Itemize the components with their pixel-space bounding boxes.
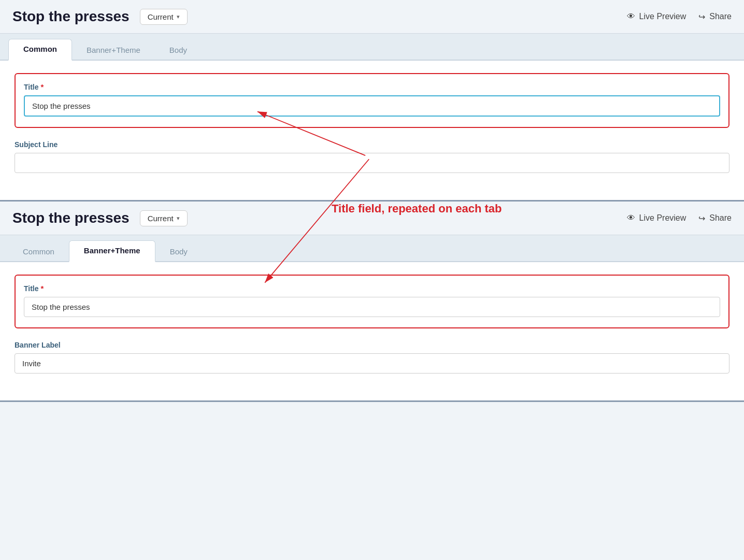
- panel-1-version-label: Current: [148, 12, 174, 21]
- panel-1-share-button[interactable]: ↪ Share: [698, 12, 732, 22]
- share-icon-2: ↪: [698, 213, 705, 223]
- panel-1-subject-line-input[interactable]: [15, 153, 729, 173]
- panel-1-live-preview-button[interactable]: 👁 Live Preview: [627, 12, 686, 21]
- panel-2-live-preview-label: Live Preview: [639, 213, 686, 223]
- panel-2-title-field-wrapper: Title *: [15, 275, 729, 328]
- panel-2-title-label: Title *: [24, 284, 720, 293]
- panel-2-banner-label-group: Banner Label: [15, 341, 729, 374]
- panel-2-tab-banner-theme[interactable]: Banner+Theme: [69, 240, 155, 262]
- panel-2: Stop the presses Current ▾ 👁 Live Previe…: [0, 202, 744, 402]
- eye-icon-2: 👁: [627, 213, 635, 223]
- panel-1-subject-line-label: Subject Line: [15, 140, 729, 149]
- panel-2-content: Title * Banner Label: [0, 262, 744, 400]
- panel-2-banner-label-label: Banner Label: [15, 341, 729, 349]
- panel-1-title-field-wrapper: Title *: [15, 73, 729, 128]
- panel-1-title-required-star: *: [41, 82, 44, 91]
- panel-2-title-required-star: *: [41, 284, 44, 293]
- panel-1-tab-body[interactable]: Body: [155, 40, 202, 61]
- panel-2-header-right: 👁 Live Preview ↪ Share: [627, 213, 732, 223]
- panel-1-tab-banner-theme[interactable]: Banner+Theme: [72, 40, 155, 61]
- panel-2-tab-common[interactable]: Common: [8, 242, 69, 262]
- panel-1-title: Stop the presses: [12, 8, 130, 25]
- panel-2-banner-label-input[interactable]: [15, 353, 729, 374]
- panel-2-share-label: Share: [709, 213, 732, 223]
- panel-1-title-input[interactable]: [24, 95, 720, 117]
- panel-2-version-label: Current: [148, 214, 174, 223]
- share-icon: ↪: [698, 12, 705, 22]
- panel-1-share-label: Share: [709, 12, 732, 21]
- panel-2-title-input[interactable]: [24, 297, 720, 317]
- panel-1-content: Title * Subject Line: [0, 61, 744, 200]
- panel-2-live-preview-button[interactable]: 👁 Live Preview: [627, 213, 686, 223]
- panel-1-live-preview-label: Live Preview: [639, 12, 686, 21]
- panel-1-version-dropdown[interactable]: Current ▾: [140, 9, 188, 25]
- panel-1-tabs: Common Banner+Theme Body: [0, 34, 744, 61]
- panel-1-title-label: Title *: [24, 82, 720, 91]
- panel-2-tab-body[interactable]: Body: [155, 242, 202, 262]
- chevron-down-icon: ▾: [177, 13, 180, 20]
- panel-1-tab-common[interactable]: Common: [8, 39, 72, 61]
- panel-2-title: Stop the presses: [12, 210, 130, 226]
- chevron-down-icon-2: ▾: [177, 215, 180, 222]
- panel-2-share-button[interactable]: ↪ Share: [698, 213, 732, 223]
- panel-2-tabs: Common Banner+Theme Body: [0, 235, 744, 262]
- panel-2-version-dropdown[interactable]: Current ▾: [140, 210, 188, 226]
- panel-1-header-right: 👁 Live Preview ↪ Share: [627, 12, 732, 22]
- eye-icon: 👁: [627, 12, 635, 21]
- annotation-text: Title field, repeated on each tab: [332, 202, 502, 216]
- panel-1-subject-line-group: Subject Line: [15, 140, 729, 173]
- panel-1: Stop the presses Current ▾ 👁 Live Previe…: [0, 0, 744, 202]
- panel-1-header: Stop the presses Current ▾ 👁 Live Previe…: [0, 0, 744, 34]
